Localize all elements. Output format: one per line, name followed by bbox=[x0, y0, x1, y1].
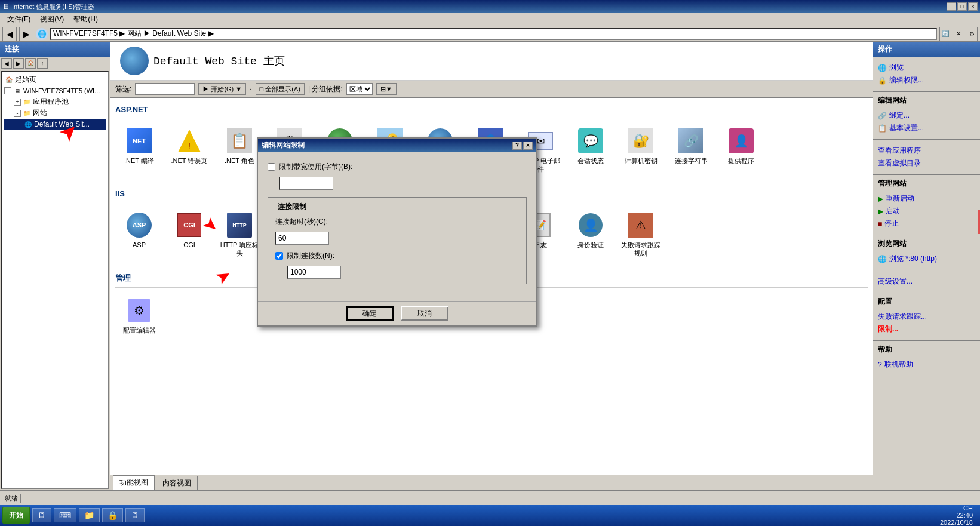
start-button[interactable]: 开始 bbox=[2, 507, 30, 524]
stop-button[interactable]: ✕ bbox=[953, 27, 964, 41]
divider3 bbox=[873, 174, 980, 175]
config-editor-icon-item[interactable]: ⚙ 配置编辑器 bbox=[115, 293, 163, 338]
cgi-label: CGI bbox=[183, 241, 195, 249]
action-group-view: 查看应用程序 查看虚拟目录 bbox=[873, 142, 980, 172]
action-adv-settings[interactable]: 高级设置... bbox=[878, 275, 975, 288]
show-all-button[interactable]: □ 全部显示(A) bbox=[256, 83, 305, 95]
modal-close-button[interactable]: × bbox=[523, 142, 533, 150]
left-back-btn[interactable]: ◀ bbox=[1, 58, 12, 69]
left-up-btn[interactable]: ↑ bbox=[37, 58, 48, 69]
maximize-button[interactable]: □ bbox=[957, 2, 967, 11]
divider5 bbox=[873, 270, 980, 270]
menu-file[interactable]: 文件(F) bbox=[2, 13, 35, 26]
left-forward-btn[interactable]: ▶ bbox=[13, 58, 24, 69]
auth-icon-item[interactable]: 👤 身份验证 bbox=[567, 207, 615, 262]
bind-icon: 🔗 bbox=[878, 112, 887, 120]
left-home-btn[interactable]: 🏠 bbox=[25, 58, 36, 69]
http-headers-icon-item[interactable]: HTTP HTTP 响应标头 bbox=[216, 207, 263, 262]
tree-item-default-site[interactable]: 🌐 Default Web Sit... bbox=[4, 119, 106, 130]
net-compile-icon-item[interactable]: NET .NET 编译 bbox=[115, 123, 163, 177]
left-panel: 连接 ◀ ▶ 🏠 ↑ 🏠 起始页 - 🖥 WIN-FVEF7SF4TF5 (WI… bbox=[0, 42, 110, 490]
tree-item-home[interactable]: 🏠 起始页 bbox=[4, 74, 106, 85]
taskbar-item-3[interactable]: 📁 bbox=[79, 508, 100, 522]
session-icon-item[interactable]: 💬 会话状态 bbox=[567, 123, 615, 177]
asp-icon-item[interactable]: ASP ASP bbox=[115, 207, 163, 262]
refresh-button[interactable]: 🔄 bbox=[939, 27, 951, 41]
menu-help[interactable]: 帮助(H) bbox=[69, 13, 103, 26]
provider-icon-item[interactable]: 👤 提供程序 bbox=[717, 123, 765, 177]
server-expand[interactable]: - bbox=[4, 87, 11, 94]
sites-expand[interactable]: - bbox=[14, 110, 21, 117]
action-browse-http[interactable]: 🌐 浏览 *:80 (http) bbox=[878, 253, 975, 265]
fail-request-icon-item[interactable]: ⚠ 失败请求跟踪规则 bbox=[617, 207, 665, 262]
action-stop[interactable]: ■ 停止 bbox=[878, 217, 975, 230]
taskbar-item-5[interactable]: 🖥 bbox=[125, 508, 145, 522]
close-button[interactable]: × bbox=[968, 2, 978, 11]
modal-edit-limits: 编辑网站限制 ? × 限制带宽使用(字节)(B): 连接限制 连接超时(秒)(C… bbox=[257, 137, 537, 327]
connections-checkbox[interactable] bbox=[275, 252, 283, 260]
action-restart[interactable]: ▶ 重新启动 bbox=[878, 192, 975, 205]
action-online-help[interactable]: ? 联机帮助 bbox=[878, 358, 975, 371]
action-start[interactable]: ▶ 启动 bbox=[878, 205, 975, 217]
home-tree-icon: 🏠 bbox=[4, 75, 14, 85]
left-panel-toolbar: ◀ ▶ 🏠 ↑ bbox=[0, 57, 110, 70]
config-editor-icon: ⚙ bbox=[125, 296, 153, 325]
action-view-vdirs[interactable]: 查看虚拟目录 bbox=[878, 157, 975, 170]
help-icon: ? bbox=[878, 361, 882, 369]
action-limits[interactable]: 限制... bbox=[878, 323, 975, 336]
site-globe-icon bbox=[120, 47, 149, 75]
tree-item-sites[interactable]: - 📁 网站 bbox=[4, 107, 106, 119]
address-bar-buttons: 🔄 ✕ ⚙ bbox=[939, 27, 978, 41]
action-fail-track[interactable]: 失败请求跟踪... bbox=[878, 310, 975, 323]
right-edge-indicator bbox=[978, 210, 980, 234]
cancel-button[interactable]: 取消 bbox=[401, 306, 448, 321]
taskbar-item-2[interactable]: ⌨ bbox=[54, 508, 76, 522]
filter-input[interactable] bbox=[135, 83, 195, 95]
net-error-icon-item[interactable]: ! .NET 错误页 bbox=[165, 123, 213, 177]
machine-key-icon-item[interactable]: 🔐 计算机密钥 bbox=[617, 123, 665, 177]
browse-icon: 🌐 bbox=[878, 64, 887, 72]
apppool-expand[interactable]: + bbox=[14, 99, 21, 106]
home-icon[interactable]: 🌐 bbox=[36, 28, 48, 40]
connections-label: 限制连接数(N): bbox=[287, 251, 334, 261]
action-group-manage: ▶ 重新启动 ▶ 启动 ■ 停止 bbox=[873, 190, 980, 232]
site-icon: 🌐 bbox=[23, 119, 33, 129]
timeout-input[interactable] bbox=[275, 232, 329, 245]
taskbar-item-4[interactable]: 🔒 bbox=[102, 508, 123, 522]
tree-item-apppool[interactable]: + 📁 应用程序池 bbox=[4, 96, 106, 107]
action-view-apps[interactable]: 查看应用程序 bbox=[878, 144, 975, 157]
action-bind[interactable]: 🔗 绑定... bbox=[878, 109, 975, 122]
modal-title-buttons: ? × bbox=[512, 142, 533, 150]
action-basic-settings[interactable]: 📋 基本设置... bbox=[878, 122, 975, 134]
view-button[interactable]: ⊞▼ bbox=[376, 83, 397, 95]
bandwidth-input[interactable] bbox=[279, 177, 333, 190]
action-browse[interactable]: 🌐 浏览 bbox=[878, 61, 975, 74]
tree-item-server[interactable]: - 🖥 WIN-FVEF7SF4TF5 (WI... bbox=[4, 85, 106, 96]
title-bar: 🖥 Internet 信息服务(IIS)管理器 － □ × bbox=[0, 0, 980, 13]
start-button[interactable]: ▶ 开始(G) ▼ bbox=[198, 83, 246, 95]
settings-button[interactable]: ⚙ bbox=[966, 27, 978, 41]
manage-site-header: 管理网站 bbox=[873, 177, 980, 190]
back-button[interactable]: ◀ bbox=[2, 27, 17, 41]
divider4 bbox=[873, 235, 980, 235]
bandwidth-checkbox[interactable] bbox=[268, 163, 275, 171]
forward-button[interactable]: ▶ bbox=[19, 27, 33, 41]
tab-feature-view[interactable]: 功能视图 bbox=[113, 475, 155, 490]
status-bar: 就绪 bbox=[0, 490, 980, 505]
ok-button[interactable]: 确定 bbox=[346, 306, 394, 321]
menu-view[interactable]: 视图(V) bbox=[35, 13, 69, 26]
http-headers-label: HTTP 响应标头 bbox=[218, 241, 261, 258]
conn-str-icon-item[interactable]: 🔗 连接字符串 bbox=[667, 123, 715, 177]
minimize-button[interactable]: － bbox=[947, 2, 956, 11]
taskbar-item-1[interactable]: 🖥 bbox=[32, 508, 51, 522]
connection-limit-header: 连接限制 bbox=[275, 202, 309, 212]
group-by-select[interactable]: 区域 bbox=[346, 83, 373, 95]
action-edit-perm[interactable]: 🔒 编辑权限... bbox=[878, 74, 975, 87]
modal-question-button[interactable]: ? bbox=[512, 142, 522, 150]
action-panel-header: 操作 bbox=[873, 42, 980, 57]
modal-title-bar: 编辑网站限制 ? × bbox=[258, 139, 536, 152]
connections-input[interactable] bbox=[287, 266, 341, 279]
connections-input-wrapper: ➤ bbox=[275, 266, 519, 279]
tab-content-view[interactable]: 内容视图 bbox=[156, 476, 198, 490]
net-roles-icon-item[interactable]: 📋 .NET 角色 bbox=[216, 123, 263, 177]
